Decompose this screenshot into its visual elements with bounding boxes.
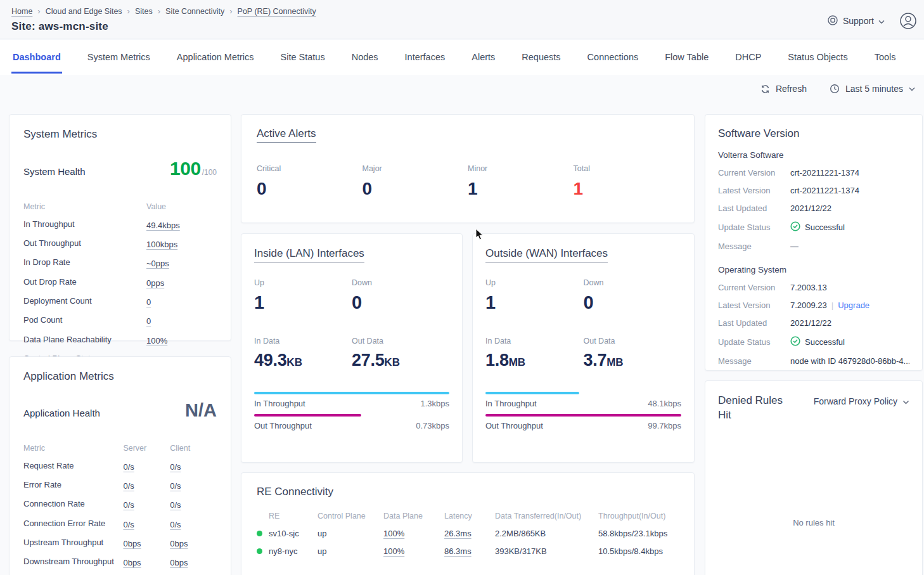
metric-value-link[interactable]: 0 bbox=[146, 316, 151, 326]
active-alerts-title-link[interactable]: Active Alerts bbox=[257, 127, 679, 140]
server-value-link[interactable]: 0/s bbox=[123, 500, 134, 510]
breadcrumb-item[interactable]: Cloud and Edge Sites › bbox=[46, 6, 130, 16]
metric-value-link[interactable]: 0 bbox=[146, 297, 151, 307]
latency-link[interactable]: 86.3ms bbox=[444, 546, 472, 556]
table-row: Out Throughput 100kbps bbox=[23, 235, 217, 254]
policy-selector[interactable]: Forward Proxy Policy bbox=[814, 396, 909, 406]
breadcrumb-item[interactable]: Site Connectivity › bbox=[165, 6, 232, 16]
inside-lan-title-link[interactable]: Inside (LAN) Interfaces bbox=[254, 247, 449, 260]
alert-counter: Minor 1 bbox=[468, 164, 574, 199]
breadcrumb-label: Site Connectivity bbox=[165, 7, 224, 16]
tab[interactable]: DHCP bbox=[734, 41, 762, 74]
server-value-link[interactable]: 0bps bbox=[123, 539, 141, 548]
refresh-button[interactable]: Refresh bbox=[760, 84, 807, 94]
page-title: Site: aws-mcn-site bbox=[11, 20, 913, 33]
tab[interactable]: Flow Table bbox=[664, 41, 710, 74]
table-row: ny8-nyc up 100% 86.3ms 393KB/317KB 10.5k… bbox=[257, 542, 679, 560]
alert-counter-value: 1 bbox=[574, 179, 679, 199]
tab[interactable]: Alerts bbox=[470, 41, 496, 74]
server-value-link[interactable]: 0/s bbox=[123, 481, 134, 491]
re-name: ny8-nyc bbox=[269, 546, 298, 556]
tab-label: DHCP bbox=[735, 52, 761, 62]
tab[interactable]: System Metrics bbox=[86, 41, 151, 74]
breadcrumb-separator-icon: › bbox=[127, 6, 130, 16]
tab[interactable]: Application Metrics bbox=[176, 41, 255, 74]
system-metrics-title: System Metrics bbox=[23, 128, 217, 141]
up-label: Up bbox=[485, 278, 584, 287]
metric-value-link[interactable]: 100% bbox=[146, 336, 167, 346]
outside-wan-interfaces-card: Outside (WAN) Interfaces Up 1 Down 0 In … bbox=[472, 233, 695, 463]
time-range-selector[interactable]: Last 5 minutes bbox=[830, 84, 915, 94]
up-value: 1 bbox=[254, 292, 352, 313]
down-stat: Down 0 bbox=[584, 278, 682, 313]
active-alerts-card: Active Alerts Critical 0 Major 0 Minor 1 bbox=[241, 114, 695, 223]
table-header-row: Metric Value bbox=[23, 198, 217, 215]
metric-value-link[interactable]: ~0pps bbox=[146, 259, 169, 268]
tab-label: Status Objects bbox=[788, 52, 847, 62]
software-version-title: Software Version bbox=[718, 127, 909, 140]
client-value-link[interactable]: 0/s bbox=[170, 462, 181, 472]
out-throughput-bar bbox=[254, 414, 449, 417]
application-health-value: N/A bbox=[185, 400, 217, 421]
breadcrumb-item[interactable]: Home › bbox=[11, 6, 41, 16]
sw-row: Current Version crt-20211221-1374 bbox=[718, 168, 909, 178]
metric-name: Out Throughput bbox=[23, 238, 146, 250]
down-stat: Down 0 bbox=[352, 278, 449, 313]
tab[interactable]: Interfaces bbox=[404, 41, 447, 74]
down-value: 0 bbox=[352, 292, 449, 313]
client-value-link[interactable]: 0/s bbox=[170, 520, 181, 529]
column-header-client: Client bbox=[170, 444, 217, 453]
system-health-label: System Health bbox=[23, 166, 86, 177]
upgrade-link[interactable]: Upgrade bbox=[838, 300, 869, 310]
tab-label: Site Status bbox=[281, 52, 325, 62]
tab[interactable]: Connections bbox=[586, 41, 640, 74]
empty-state-text: No rules hit bbox=[718, 518, 909, 527]
breadcrumb-item[interactable]: Sites › bbox=[135, 6, 160, 16]
software-version-card: Software Version Volterra Software Curre… bbox=[705, 114, 923, 371]
data-plane-link[interactable]: 100% bbox=[383, 546, 404, 556]
metric-name: Connection Rate bbox=[23, 499, 123, 510]
breadcrumb-item[interactable]: PoP (RE) Connectivity › bbox=[238, 7, 316, 16]
refresh-label: Refresh bbox=[776, 84, 807, 94]
breadcrumb: Home › Cloud and Edge Sites › Sites › Si… bbox=[11, 6, 913, 16]
toolbar: Refresh Last 5 minutes bbox=[760, 84, 915, 94]
breadcrumb-label: Home bbox=[11, 7, 32, 16]
metric-value-link[interactable]: 0pps bbox=[146, 278, 164, 288]
table-row: sv10-sjc up 100% 26.3ms 2.2MB/865KB 58.8… bbox=[257, 524, 679, 542]
up-label: Up bbox=[254, 278, 352, 287]
user-avatar[interactable] bbox=[899, 11, 918, 30]
alert-counter-label: Minor bbox=[468, 164, 574, 173]
metric-value-link[interactable]: 49.4kbps bbox=[146, 221, 180, 230]
updown-grid: Up 1 Down 0 bbox=[254, 278, 449, 313]
application-health-row: Application Health N/A bbox=[23, 400, 217, 421]
system-metrics-table: Metric Value In Throughput 49.4kbps Out … bbox=[23, 198, 217, 369]
client-value-link[interactable]: 0bps bbox=[170, 539, 188, 548]
metric-name: Data Plane Reachability bbox=[23, 335, 146, 346]
server-value-link[interactable]: 0/s bbox=[123, 520, 134, 529]
client-value-link[interactable]: 0/s bbox=[170, 481, 181, 491]
server-value-link[interactable]: 0/s bbox=[123, 462, 134, 472]
down-value: 0 bbox=[584, 292, 682, 313]
outside-wan-title-link[interactable]: Outside (WAN) Interfaces bbox=[485, 247, 681, 260]
tab[interactable]: Nodes bbox=[350, 41, 380, 74]
tab[interactable]: Tools bbox=[873, 41, 897, 74]
tab[interactable]: Requests bbox=[520, 41, 561, 74]
tab[interactable]: Dashboard bbox=[11, 41, 62, 74]
metric-name: Out Drop Rate bbox=[23, 277, 146, 288]
client-value-link[interactable]: 0/s bbox=[170, 500, 181, 510]
out-throughput-label: Out Throughput bbox=[485, 421, 543, 430]
client-value-link[interactable]: 0bps bbox=[170, 558, 188, 567]
table-row: Error Rate 0/s 0/s bbox=[23, 476, 217, 495]
metric-value-link[interactable]: 100kbps bbox=[146, 240, 177, 249]
denied-rules-card: Denied Rules Hit Forward Proxy Policy No… bbox=[705, 380, 923, 575]
server-value-link[interactable]: 0bps bbox=[123, 558, 141, 567]
support-menu[interactable]: Support bbox=[827, 15, 885, 28]
latency-link[interactable]: 26.3ms bbox=[444, 529, 472, 538]
data-plane-link[interactable]: 100% bbox=[383, 529, 404, 538]
out-throughput-label: Out Throughput bbox=[254, 421, 312, 430]
out-data-value: 27.5KB bbox=[352, 351, 449, 370]
tab[interactable]: Site Status bbox=[279, 41, 326, 74]
column-header-value: Value bbox=[146, 202, 196, 211]
breadcrumb-label: PoP (RE) Connectivity bbox=[238, 7, 316, 16]
tab[interactable]: Status Objects bbox=[786, 41, 849, 74]
